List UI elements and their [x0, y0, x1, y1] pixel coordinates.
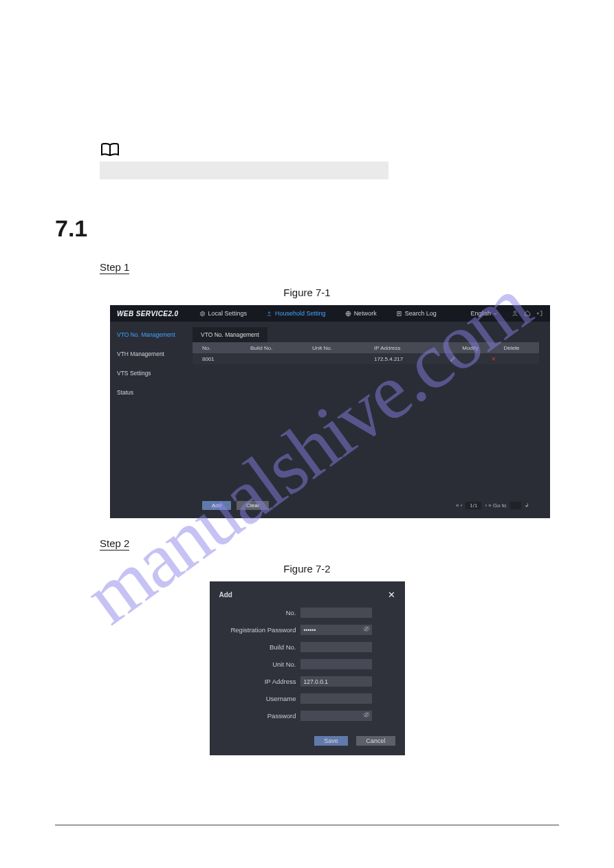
note-strip: Snapshots may be different from actual i… — [100, 162, 388, 179]
svg-point-4 — [514, 311, 516, 313]
page-number: 27 — [547, 831, 556, 841]
th-modify: Modify — [450, 345, 491, 351]
svg-point-0 — [201, 313, 203, 314]
chapter-number: 7 — [194, 63, 207, 89]
th-ip: IP Address — [374, 345, 450, 351]
figure-7-2-caption: Figure 7-2 — [55, 563, 559, 575]
sidebar-item-vts[interactable]: VTS Settings — [117, 370, 186, 377]
pager-prev[interactable]: « ‹ — [456, 502, 462, 509]
sidebar-item-vto[interactable]: VTO No. Management — [117, 331, 186, 338]
field-label-build: Build No. — [219, 643, 296, 651]
eye-toggle-icon[interactable] — [363, 711, 370, 718]
tab-search-label: Search Log — [405, 310, 437, 317]
section-number: 7.1 — [55, 215, 87, 242]
field-label-user: Username — [219, 695, 296, 702]
tab-search-log[interactable]: Search Log — [386, 305, 446, 322]
th-unit: Unit No. — [312, 345, 374, 351]
cell-no: 8001 — [199, 356, 250, 362]
figure-7-1-screenshot: WEB SERVICE2.0 Local Settings Household … — [110, 305, 550, 518]
dialog-close-button[interactable]: ✕ — [388, 590, 395, 599]
row-modify-button[interactable] — [450, 356, 491, 362]
gear-icon — [199, 311, 206, 317]
step-1-label: Step 1 — [100, 261, 129, 274]
log-icon — [396, 311, 402, 317]
figure-7-1-caption: Figure 7-1 — [55, 287, 559, 298]
input-ip-value: 127.0.0.1 — [304, 678, 328, 685]
tab-household-setting[interactable]: Household Setting — [256, 305, 336, 322]
field-label-reg: Registration Password — [219, 626, 296, 634]
row-delete-button[interactable] — [491, 356, 532, 361]
pager-input[interactable] — [510, 502, 521, 509]
input-registration-password[interactable]: •••••• — [300, 625, 372, 635]
eye-toggle-icon[interactable] — [363, 625, 370, 632]
table-header: No. Build No. Unit No. IP Address Modify… — [193, 342, 539, 353]
pager-go[interactable]: ↲ — [525, 502, 529, 509]
house-user-icon — [266, 311, 272, 317]
tab-household-label: Household Setting — [275, 310, 326, 317]
input-build-no[interactable] — [300, 642, 372, 652]
dialog-title: Add — [219, 591, 232, 599]
figure-7-2-dialog: Add ✕ No. Registration Password •••••• B… — [210, 581, 405, 755]
logout-icon[interactable] — [536, 310, 543, 317]
sidebar-item-vth[interactable]: VTH Management — [117, 350, 186, 357]
chevron-down-icon — [493, 311, 498, 316]
th-no: No. — [199, 345, 250, 351]
input-username[interactable] — [300, 693, 372, 704]
pane-tab-vto-management[interactable]: VTO No. Management — [193, 327, 267, 342]
step-2-label: Step 2 — [100, 537, 129, 550]
step-1-text: Select Household Setting > VTO No. Manag… — [139, 261, 373, 273]
svg-point-1 — [268, 311, 270, 313]
input-ip-address[interactable]: 127.0.0.1 — [300, 676, 372, 687]
footer-rule — [55, 825, 559, 825]
chapter-title: Household Setting — [214, 63, 420, 89]
brand-logo: WEB SERVICE2.0 — [110, 310, 190, 318]
th-build: Build No. — [250, 345, 312, 351]
tab-local-label: Local Settings — [208, 310, 248, 317]
field-label-ip: IP Address — [219, 678, 296, 685]
clear-button[interactable]: Clear — [237, 501, 269, 510]
dialog-cancel-button[interactable]: Cancel — [356, 736, 395, 746]
pagination[interactable]: « ‹ 1/1 › » Go to ↲ — [456, 502, 529, 509]
tab-network[interactable]: Network — [336, 305, 386, 322]
input-reg-value: •••••• — [304, 627, 316, 634]
field-label-no: No. — [219, 609, 296, 616]
dialog-save-button[interactable]: Save — [314, 736, 348, 746]
note-text: Snapshots may be different from actual i… — [104, 166, 303, 176]
globe-icon — [345, 311, 351, 317]
tab-local-settings[interactable]: Local Settings — [190, 305, 257, 322]
section-title: VTO No. Management — [96, 215, 337, 242]
field-label-pass: Password — [219, 712, 296, 720]
intro-paragraph: This chapter introduces how to add, modi… — [100, 109, 559, 126]
pager-next-goto[interactable]: › » Go to — [485, 502, 506, 509]
table-row: 8001 172.5.4.217 — [193, 353, 539, 364]
input-password[interactable] — [300, 711, 372, 721]
input-unit-no[interactable] — [300, 659, 372, 669]
sidebar-item-status[interactable]: Status — [117, 389, 186, 396]
note-book-icon — [100, 142, 120, 157]
input-no[interactable] — [300, 608, 372, 618]
add-button[interactable]: Add — [202, 501, 231, 510]
step-2-text: Click Add. — [139, 537, 185, 549]
home-icon[interactable] — [524, 310, 531, 317]
user-icon[interactable] — [512, 310, 518, 317]
field-label-unit: Unit No. — [219, 660, 296, 668]
language-label: English — [470, 310, 491, 317]
pager-page: 1/1 — [465, 502, 481, 509]
th-delete: Delete — [491, 345, 532, 351]
tab-network-label: Network — [354, 310, 377, 317]
cell-ip: 172.5.4.217 — [374, 356, 450, 362]
language-selector[interactable]: English — [463, 310, 505, 317]
